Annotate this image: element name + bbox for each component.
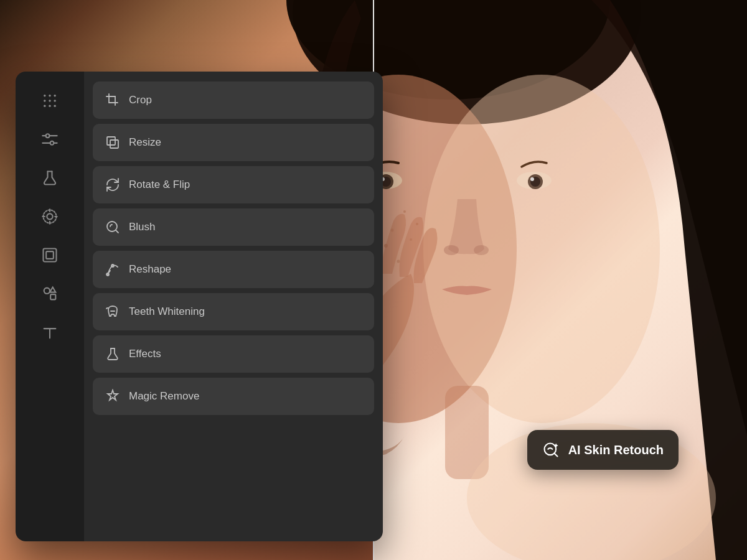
tool-label-magic: Magic Remove (129, 390, 199, 403)
tool-label-resize: Resize (129, 136, 161, 149)
sidebar-icon-grid[interactable] (33, 84, 67, 118)
svg-point-40 (47, 213, 52, 219)
ai-retouch-icon (542, 441, 560, 459)
svg-rect-46 (44, 249, 57, 262)
sidebar-icon-adjustments[interactable] (33, 123, 67, 156)
teeth-icon (105, 304, 120, 319)
tool-item-resize[interactable]: Resize (93, 124, 374, 161)
svg-point-10 (397, 260, 400, 263)
tool-label-effects: Effects (129, 348, 161, 360)
tool-label-teeth: Teeth Whitening (129, 306, 205, 318)
sidebar-icon-view[interactable] (33, 200, 67, 233)
svg-rect-53 (110, 140, 118, 148)
svg-point-30 (44, 105, 46, 107)
effects-icon (105, 347, 120, 362)
svg-point-32 (54, 105, 56, 107)
svg-point-31 (49, 105, 51, 107)
ai-skin-retouch-badge[interactable]: AI Skin Retouch (527, 430, 679, 470)
ai-badge-label: AI Skin Retouch (568, 443, 664, 457)
svg-point-4 (403, 210, 406, 213)
tool-item-blush[interactable]: Blush (93, 208, 374, 246)
tool-item-reshape[interactable]: Reshape (93, 251, 374, 288)
sidebar-icon-text[interactable] (33, 315, 67, 349)
svg-point-26 (54, 95, 56, 97)
sidebar-icon-lab[interactable] (33, 161, 67, 195)
sidebar-icon-shapes[interactable] (33, 277, 67, 310)
svg-marker-58 (108, 390, 118, 400)
crop-icon (105, 93, 120, 108)
svg-rect-49 (50, 294, 55, 299)
tool-label-reshape: Reshape (129, 263, 171, 276)
app-container: Crop Resize Rotate & Flip (16, 72, 383, 541)
tool-item-rotate[interactable]: Rotate & Flip (93, 166, 374, 203)
tool-item-crop[interactable]: Crop (93, 82, 374, 119)
tool-label-blush: Blush (129, 221, 156, 233)
svg-point-29 (54, 100, 56, 102)
svg-point-28 (49, 100, 51, 102)
tool-item-magic[interactable]: Magic Remove (93, 378, 374, 415)
sidebar (16, 72, 84, 541)
svg-point-21 (474, 245, 489, 255)
tools-panel: Crop Resize Rotate & Flip (84, 72, 383, 541)
tool-label-crop: Crop (129, 94, 152, 106)
sidebar-icon-frame[interactable] (33, 238, 67, 272)
svg-rect-52 (107, 137, 115, 145)
tool-label-rotate: Rotate & Flip (129, 179, 190, 191)
resize-icon (105, 135, 120, 150)
svg-point-27 (44, 100, 46, 102)
svg-point-20 (444, 245, 459, 255)
tool-item-effects[interactable]: Effects (93, 335, 374, 373)
magic-icon (105, 389, 120, 404)
tool-item-teeth[interactable]: Teeth Whitening (93, 293, 374, 330)
svg-point-24 (44, 95, 46, 97)
svg-point-25 (49, 95, 51, 97)
svg-point-19 (530, 177, 534, 181)
blush-icon (105, 220, 120, 235)
reshape-icon (105, 262, 120, 277)
svg-rect-47 (46, 251, 54, 259)
rotate-icon (105, 177, 120, 192)
